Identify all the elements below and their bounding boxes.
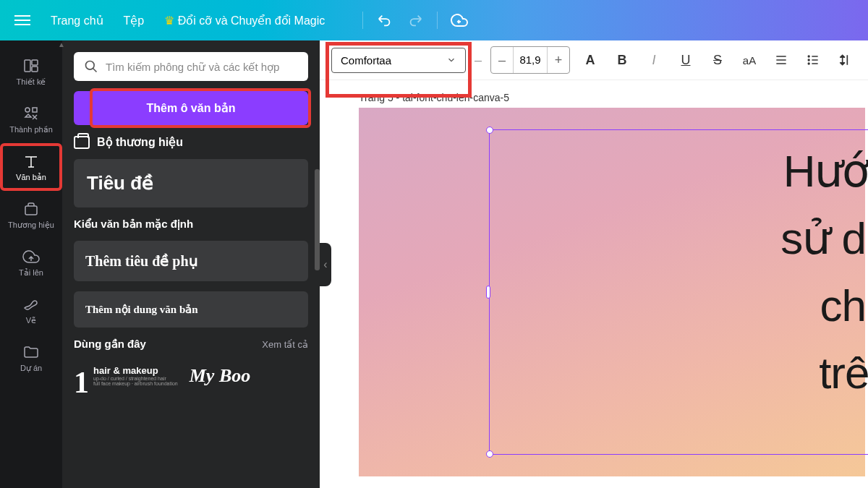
crown-icon: ♛	[164, 14, 174, 27]
svg-point-8	[808, 59, 809, 61]
sidebar-item-draw[interactable]: Vẽ	[0, 286, 62, 334]
selected-text-box[interactable]: Hướn sử dụ chữ trên	[489, 129, 868, 455]
divider	[437, 12, 438, 29]
svg-point-6	[86, 61, 95, 70]
redo-icon[interactable]	[407, 12, 424, 29]
heading-preset[interactable]: Tiêu đề	[74, 159, 308, 207]
resize-handle[interactable]	[486, 127, 493, 134]
file-menu[interactable]: Tệp	[124, 14, 145, 27]
resize-handle[interactable]	[486, 286, 490, 299]
body-preset[interactable]: Thêm nội dung văn bản	[74, 291, 308, 328]
sidebar-label: Tải lên	[19, 268, 43, 278]
text-panel: ▲ Thêm ô văn bản Bộ thương hiệu Tiêu đề …	[62, 40, 320, 488]
svg-point-7	[808, 56, 809, 57]
font-search[interactable]	[74, 52, 308, 81]
magic-resize[interactable]: ♛ Đổi cỡ và Chuyển đổi Magic	[164, 14, 325, 27]
italic-button[interactable]: I	[642, 48, 665, 72]
decrease-size-button[interactable]: –	[491, 47, 513, 73]
svg-point-3	[25, 108, 30, 112]
list-button[interactable]	[801, 48, 825, 72]
briefcase-icon	[74, 136, 90, 149]
design-canvas[interactable]: Hướn sử dụ chữ trên	[359, 108, 865, 476]
minus-icon[interactable]: –	[475, 53, 482, 68]
resize-handle[interactable]	[486, 450, 493, 458]
sidebar-item-projects[interactable]: Dự án	[0, 334, 62, 382]
sidebar-label: Thương hiệu	[8, 221, 54, 230]
svg-rect-4	[33, 108, 37, 112]
add-text-button[interactable]: Thêm ô văn bản	[74, 91, 308, 125]
caret-icon: ▲	[58, 40, 65, 48]
recent-label: Dùng gần đây	[74, 338, 146, 351]
canvas-area: Comfortaa – – 81,9 + A B I U S aA	[320, 40, 868, 488]
scrollbar[interactable]	[315, 169, 320, 270]
text-case-button[interactable]: aA	[738, 48, 761, 72]
home-link[interactable]: Trang chủ	[51, 14, 103, 27]
bold-button[interactable]: B	[610, 48, 634, 72]
svg-point-9	[808, 63, 809, 64]
brand-kit-header[interactable]: Bộ thương hiệu	[74, 135, 308, 149]
upload-icon	[22, 248, 40, 265]
text-content[interactable]: Hướn sử dụ chữ trên	[490, 130, 868, 414]
undo-icon[interactable]	[376, 12, 393, 29]
default-styles-label: Kiểu văn bản mặc định	[74, 218, 308, 231]
sidebar-item-upload[interactable]: Tải lên	[0, 239, 62, 286]
svg-rect-2	[32, 67, 38, 72]
menu-icon[interactable]	[14, 15, 30, 25]
text-icon	[22, 153, 40, 170]
font-family-select[interactable]: Comfortaa	[331, 48, 466, 73]
spacing-button[interactable]	[833, 48, 856, 72]
page-title: Trang 5 - tai-font-chu-len-canva-5	[359, 92, 868, 103]
recent-item-2[interactable]: My Boo	[190, 365, 251, 400]
sidebar-item-brand[interactable]: Thương hiệu	[0, 191, 62, 239]
folder-icon	[22, 343, 40, 361]
font-size-input[interactable]: 81,9	[513, 47, 548, 73]
search-input[interactable]	[106, 61, 298, 73]
top-toolbar: Trang chủ Tệp ♛ Đổi cỡ và Chuyển đổi Mag…	[0, 0, 868, 40]
collapse-panel-icon[interactable]: ‹	[320, 243, 331, 286]
sidebar-item-design[interactable]: Thiết kế	[0, 48, 62, 95]
elements-icon	[22, 105, 40, 122]
text-color-button[interactable]: A	[579, 48, 602, 72]
strikethrough-button[interactable]: S	[706, 48, 729, 72]
draw-icon	[22, 296, 40, 313]
sidebar-item-elements[interactable]: Thành phần	[0, 95, 62, 143]
chevron-down-icon	[446, 55, 456, 65]
design-icon	[22, 57, 40, 74]
divider	[362, 12, 363, 29]
sidebar-item-text[interactable]: Văn bản	[0, 143, 62, 191]
svg-rect-1	[32, 60, 38, 65]
align-button[interactable]	[770, 48, 793, 72]
svg-rect-5	[25, 206, 37, 215]
sidebar-label: Thiết kế	[17, 77, 46, 87]
underline-button[interactable]: U	[674, 48, 697, 72]
subheading-preset[interactable]: Thêm tiêu đề phụ	[74, 241, 308, 281]
sidebar-label: Dự án	[20, 364, 42, 373]
sidebar-label: Văn bản	[16, 173, 46, 182]
sidebar-label: Thành phần	[9, 125, 53, 134]
see-all-link[interactable]: Xem tất cả	[262, 339, 308, 350]
left-sidebar: Thiết kế Thành phần Văn bản Thương hiệu …	[0, 40, 62, 488]
recent-item-1[interactable]: 1 hair & makeup up-do / curled / straigh…	[74, 365, 178, 400]
font-size-control: – 81,9 +	[490, 46, 570, 74]
text-toolbar: Comfortaa – – 81,9 + A B I U S aA	[320, 40, 868, 80]
increase-size-button[interactable]: +	[548, 47, 569, 73]
brand-icon	[22, 200, 40, 218]
sidebar-label: Vẽ	[26, 316, 36, 325]
search-icon	[84, 59, 98, 74]
cloud-sync-icon[interactable]	[451, 12, 468, 29]
svg-rect-0	[25, 60, 30, 72]
